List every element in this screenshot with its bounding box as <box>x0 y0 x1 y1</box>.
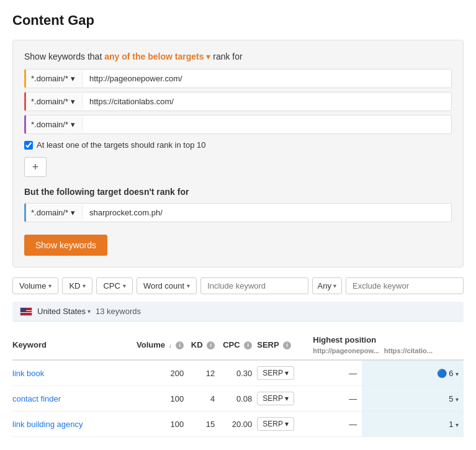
pos2-value-3: 1 <box>449 420 453 429</box>
pos1-cell-2: — <box>313 386 362 412</box>
country-selector[interactable]: United States ▾ <box>37 307 91 316</box>
us-flag-icon <box>20 307 32 316</box>
any-targets-link[interactable]: any of the below targets <box>104 52 204 61</box>
pos2-cell-1: 🔵 6 ▾ <box>362 360 464 386</box>
keyword-cell-1: link book <box>12 360 137 386</box>
exclude-keyword-input[interactable] <box>346 277 464 294</box>
keyword-cell-3: link building agency <box>12 412 137 437</box>
keyword-cell-2: contact finder <box>12 386 137 412</box>
target-url-input-3[interactable] <box>83 115 451 133</box>
keyword-link-3[interactable]: link building agency <box>12 420 83 429</box>
volume-cell-1: 200 <box>137 360 189 386</box>
plus-icon: + <box>32 161 39 174</box>
th-kd: KD i <box>189 330 220 360</box>
table-row: link book 200 12 0.30 SERP ▾ — 🔵 6 ▾ <box>12 360 464 386</box>
volume-filter-btn[interactable]: Volume ▾ <box>12 277 58 294</box>
top10-checkbox[interactable] <box>24 141 33 150</box>
serp-btn-2[interactable]: SERP ▾ <box>257 392 294 405</box>
th-highest-position: Highest position http://pageonepow... ht… <box>313 330 464 360</box>
form-subtitle: Show keywords that any of the below targ… <box>24 52 452 61</box>
kd-filter-btn[interactable]: KD ▾ <box>62 277 92 294</box>
serp-info-icon[interactable]: i <box>283 341 291 349</box>
exclude-domain-chevron: ▾ <box>71 208 75 217</box>
serp-btn-3[interactable]: SERP ▾ <box>257 417 294 431</box>
target-url-input-2[interactable] <box>83 92 451 110</box>
show-keywords-btn-label: Show keywords <box>35 240 96 250</box>
kd-chevron-icon: ▾ <box>83 282 86 289</box>
keywords-count: 13 keywords <box>96 307 141 316</box>
exclude-domain-value: *.domain/* <box>31 208 68 217</box>
filter-bar: Volume ▾ KD ▾ CPC ▾ Word count ▾ Any ▾ <box>12 277 464 294</box>
exclude-target-row: *.domain/* ▾ <box>24 203 452 222</box>
include-keyword-input[interactable] <box>200 277 308 294</box>
th-keyword: Keyword <box>12 330 137 360</box>
word-count-filter-btn[interactable]: Word count ▾ <box>137 277 197 294</box>
domain-chevron-3: ▾ <box>71 120 75 129</box>
pos2-value-1: 🔵 6 <box>437 369 454 378</box>
cpc-info-icon[interactable]: i <box>244 341 252 349</box>
volume-cell-3: 100 <box>137 412 189 437</box>
rank-for-label: rank for <box>213 52 242 61</box>
pos1-cell-1: — <box>313 360 362 386</box>
top10-checkbox-row: At least one of the targets should rank … <box>24 140 452 150</box>
volume-info-icon[interactable]: i <box>176 341 184 349</box>
domain-chevron-2: ▾ <box>71 97 75 106</box>
kd-cell-1: 12 <box>189 360 220 386</box>
add-target-button[interactable]: + <box>24 157 47 177</box>
th-cpc: CPC i <box>220 330 257 360</box>
target-row-3: *.domain/* ▾ <box>24 115 452 134</box>
word-count-filter-label: Word count <box>143 281 184 290</box>
serp-cell-1: SERP ▾ <box>257 360 313 386</box>
table-header-row: Keyword Volume ↓ i KD i CPC i <box>12 330 464 360</box>
table-row: contact finder 100 4 0.08 SERP ▾ — 5 ▾ <box>12 386 464 412</box>
domain-select-3[interactable]: *.domain/* ▾ <box>26 116 83 133</box>
show-keywords-button[interactable]: Show keywords <box>24 235 107 256</box>
domain-select-1[interactable]: *.domain/* ▾ <box>26 70 83 87</box>
country-bar: United States ▾ 13 keywords <box>12 302 464 322</box>
hp-url-1: http://pageonepow... <box>313 344 384 354</box>
pos2-cell-2: 5 ▾ <box>362 386 464 412</box>
serp-btn-1[interactable]: SERP ▾ <box>257 366 294 380</box>
domain-value-3: *.domain/* <box>31 120 68 129</box>
hp-url-cols: http://pageonepow... https://citatio... <box>313 344 459 354</box>
domain-select-2[interactable]: *.domain/* ▾ <box>26 93 83 110</box>
target-row-1: *.domain/* ▾ <box>24 69 452 88</box>
th-volume[interactable]: Volume ↓ i <box>137 330 189 360</box>
cpc-filter-btn[interactable]: CPC ▾ <box>96 277 132 294</box>
serp-cell-2: SERP ▾ <box>257 386 313 412</box>
highest-pos-header: Highest position http://pageonepow... ht… <box>313 335 459 354</box>
dropdown-arrow-any[interactable]: ▾ <box>206 52 210 61</box>
pos1-cell-3: — <box>313 412 362 437</box>
kd-info-icon[interactable]: i <box>207 341 215 349</box>
volume-filter-label: Volume <box>19 281 46 290</box>
top10-label: At least one of the targets should rank … <box>37 140 205 150</box>
exclude-domain-select[interactable]: *.domain/* ▾ <box>26 204 83 221</box>
domain-value-2: *.domain/* <box>31 97 68 106</box>
flag-canton <box>20 308 26 312</box>
cpc-cell-3: 20.00 <box>220 412 257 437</box>
cpc-filter-label: CPC <box>103 281 120 290</box>
kd-cell-3: 15 <box>189 412 220 437</box>
content-gap-form: Show keywords that any of the below targ… <box>12 40 464 268</box>
hp-url-2: https://citatio... <box>384 344 438 354</box>
table-row: link building agency 100 15 20.00 SERP ▾… <box>12 412 464 437</box>
keyword-link-1[interactable]: link book <box>12 369 44 378</box>
pos2-chevron-2: ▾ <box>456 396 459 403</box>
country-chevron-icon: ▾ <box>88 308 91 315</box>
show-keywords-label: Show keywords that <box>24 52 102 61</box>
target-row-2: *.domain/* ▾ <box>24 92 452 111</box>
word-count-chevron-icon: ▾ <box>187 282 190 289</box>
any-select[interactable]: Any ▾ <box>312 277 342 294</box>
keyword-link-2[interactable]: contact finder <box>12 394 61 403</box>
kd-filter-label: KD <box>69 281 80 290</box>
domain-chevron-1: ▾ <box>71 74 75 83</box>
volume-sort-icon: ↓ <box>169 342 172 349</box>
any-select-chevron-icon: ▾ <box>333 282 336 289</box>
exclude-url-input[interactable] <box>83 204 451 222</box>
volume-cell-2: 100 <box>137 386 189 412</box>
pos2-chevron-3: ▾ <box>456 421 459 428</box>
but-section-title: But the following target doesn't rank fo… <box>24 187 452 197</box>
serp-chevron-1: ▾ <box>285 369 289 377</box>
target-url-input-1[interactable] <box>83 70 451 88</box>
serp-chevron-2: ▾ <box>285 394 289 403</box>
